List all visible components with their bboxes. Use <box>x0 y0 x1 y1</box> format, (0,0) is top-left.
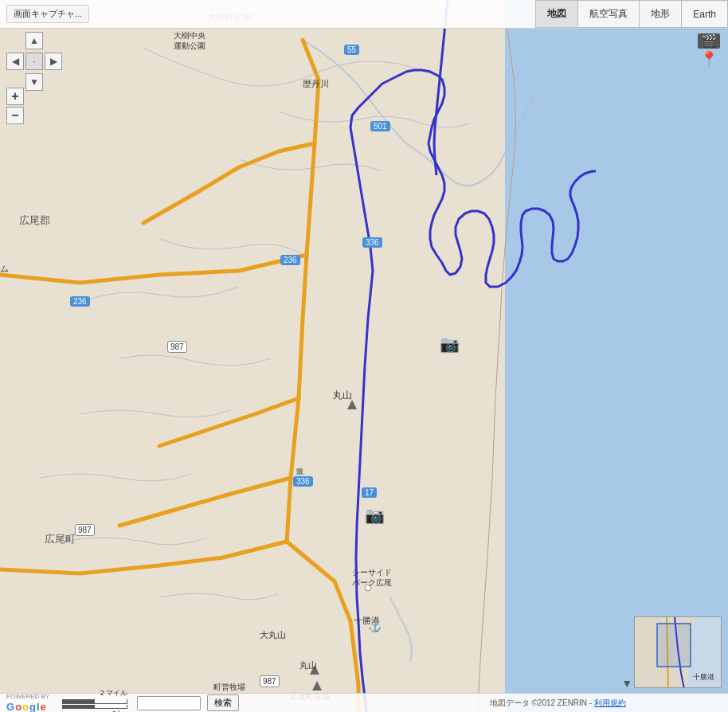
anchor-icon: ⚓ <box>368 620 382 632</box>
svg-rect-7 <box>657 624 691 667</box>
nav-center-btn[interactable]: · <box>25 53 43 70</box>
zoom-in-btn[interactable]: + <box>6 88 24 105</box>
road-badge-17: 17 <box>362 487 377 498</box>
camera-icon-1[interactable]: 📷 <box>440 334 460 354</box>
nav-up-btn[interactable]: ▲ <box>25 32 43 49</box>
label-daimaruyama: 大丸山 <box>260 629 286 641</box>
terms-link[interactable]: 利用規約 <box>594 698 626 707</box>
zoom-controls: + − <box>6 88 24 124</box>
mini-map-inner: 十勝港 <box>635 617 721 687</box>
pegman[interactable]: 📍 <box>700 50 718 68</box>
search-input[interactable] <box>137 696 201 710</box>
zoom-out-btn[interactable]: − <box>6 107 24 124</box>
road-badge-501: 501 <box>370 121 390 131</box>
scale-bar: 2 マイル 2 km <box>62 688 127 712</box>
nav-right-btn[interactable]: ▶ <box>45 53 62 70</box>
label-hiroo-gun: 広尾郡 <box>19 213 50 228</box>
scale-bar-km <box>62 705 127 709</box>
google-logo: Google <box>6 701 49 713</box>
label-maruyama: 丸山 <box>333 389 352 402</box>
mini-map[interactable]: 十勝港 <box>634 616 722 688</box>
map-type-terrain[interactable]: 地形 <box>640 0 682 28</box>
road-badge-336-top: 336 <box>362 237 382 248</box>
map-type-buttons: 地図 航空写真 地形 Earth <box>535 0 728 28</box>
road-badge-987-center: 987 <box>167 341 187 353</box>
nav-left-btn[interactable]: ◀ <box>6 53 24 70</box>
label-unkoen: 大樹中央運動公園 <box>174 30 205 51</box>
search-button[interactable]: 検索 <box>207 694 239 711</box>
label-maki: 町営牧場 <box>213 682 245 693</box>
scale-bar-miles <box>62 699 127 704</box>
zoom-arrow-btn[interactable]: ▼ <box>621 677 632 690</box>
road-badge-236-middle: 236 <box>280 255 300 265</box>
road-badge-336-bottom: 336 <box>293 476 313 487</box>
svg-marker-2 <box>312 681 322 690</box>
label-mu: ム <box>0 263 9 275</box>
map-svg <box>0 0 728 712</box>
road-badge-55: 55 <box>344 45 359 55</box>
mini-map-label: 十勝港 <box>693 672 714 683</box>
earth-icon[interactable]: 🎬 📍 <box>696 33 722 59</box>
label-rekidan: 歴丹川 <box>303 78 329 90</box>
capture-button[interactable]: 画面キャプチャ... <box>6 5 89 23</box>
toolbar: 画面キャプチャ... 地図 航空写真 地形 Earth <box>0 0 728 29</box>
label-seaside: シーサイドパーク広尾 <box>352 567 392 588</box>
road-badge-987-bottom: 987 <box>260 675 280 687</box>
road-badge-236-left: 236 <box>70 296 90 307</box>
nav-controls: ▲ ◀ · ▶ ▼ <box>6 32 62 91</box>
camera-icon-2[interactable]: 📷 <box>365 506 385 525</box>
label-hiroo-cho: 広尾町 <box>45 532 76 546</box>
nav-down-btn[interactable]: ▼ <box>25 73 43 91</box>
bottom-bar: POWERED BY Google 2 マイル 2 km <box>0 693 728 712</box>
map-type-earth[interactable]: Earth <box>682 0 728 28</box>
map-container: 画面キャプチャ... 地図 航空写真 地形 Earth ▲ ◀ · ▶ ▼ + … <box>0 0 728 712</box>
powered-by: POWERED BY Google <box>6 693 49 712</box>
copyright: 地図データ ©2012 ZENRIN - 利用規約 <box>490 698 626 709</box>
map-type-aerial[interactable]: 航空写真 <box>578 0 640 28</box>
label-maruyama2: 丸山 <box>299 659 317 671</box>
map-type-map[interactable]: 地図 <box>535 0 578 28</box>
road-badge-987-hiroo: 987 <box>75 524 95 536</box>
